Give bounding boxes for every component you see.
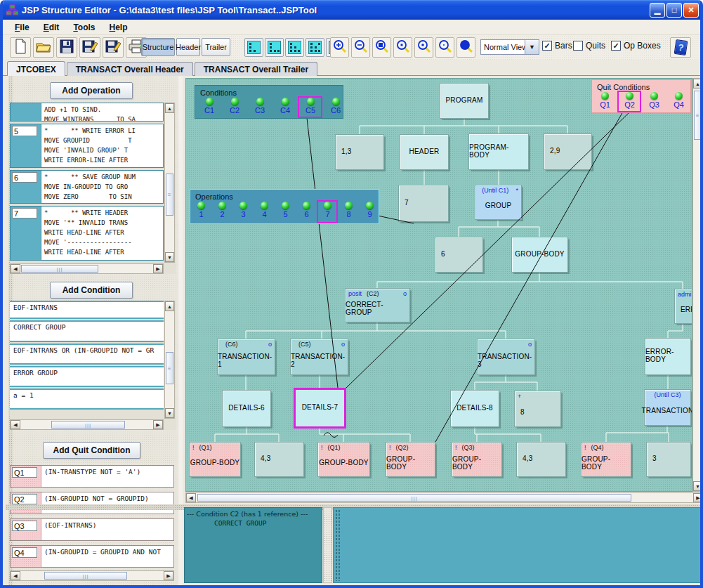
scroll-thumb[interactable]: ||| (197, 494, 631, 502)
node-error-body[interactable]: ERROR-BODY (645, 338, 691, 375)
node-header[interactable]: HEADER (400, 134, 449, 170)
save-edit-disk-button[interactable] (79, 37, 100, 58)
node-group-body-q4[interactable]: !(Q4)GROUP-BODY (581, 442, 631, 477)
quit-marker-q4[interactable]: Q4 (668, 92, 690, 109)
scroll-up-button[interactable]: ▲ (165, 103, 174, 113)
operation-marker-1[interactable]: 1 (192, 202, 211, 218)
node-details-6[interactable]: DETAILS-6 (222, 390, 271, 427)
condition-marker-c4[interactable]: C4 (274, 98, 296, 115)
checkbox-op-boxes[interactable]: ✓ (611, 41, 621, 51)
scroll-thumb[interactable]: ≡ (166, 174, 173, 216)
checkbox-quits[interactable] (573, 41, 583, 51)
operation-marker-8[interactable]: 8 (339, 202, 358, 218)
condition-row[interactable]: a = 1 (10, 388, 164, 410)
add-condition-button[interactable]: Add Condition (50, 282, 133, 299)
scroll-down-button[interactable]: ▼ (165, 408, 174, 418)
node-op-box-4-3b[interactable]: 4,3 (516, 442, 566, 477)
operation-marker-2[interactable]: 2 (213, 202, 232, 218)
condition-marker-c3[interactable]: C3 (249, 98, 271, 115)
scroll-right-button[interactable]: ▶ (153, 264, 163, 273)
node-op-box-4-3a[interactable]: 4,3 (254, 442, 304, 477)
scroll-down-button[interactable]: ▼ (165, 252, 174, 262)
node-group-body-q3[interactable]: !(Q3)GROUP-BODY (452, 442, 502, 477)
operation-row[interactable]: 6* ** SAVE GROUP NUM MOVE IN-GROUPID TO … (10, 170, 164, 204)
node-admit-error[interactable]: admiERR (674, 289, 692, 324)
maximize-button[interactable]: □ (666, 3, 682, 18)
horizontal-scrollbar[interactable]: ◀▶||| (10, 263, 164, 274)
condition-row[interactable]: CORRECT GROUP (10, 320, 164, 342)
structure-grid-3-button[interactable] (285, 38, 304, 57)
node-op-box-6[interactable]: 6 (435, 237, 483, 273)
operation-marker-3[interactable]: 3 (234, 202, 253, 218)
scroll-thumb[interactable]: ≡ (166, 352, 173, 384)
new-document-button[interactable] (10, 37, 31, 58)
node-group-body-q1b[interactable]: !(Q1)GROUP-BODY (317, 442, 370, 477)
scroll-left-button[interactable]: ◀ (11, 264, 20, 273)
save-disk-button[interactable] (56, 37, 77, 58)
structure-canvas[interactable]: PROGRAM1,3HEADERPROGRAM-BODY2,97(Until C… (185, 78, 692, 492)
scroll-left-button[interactable]: ◀ (11, 571, 20, 580)
horizontal-scrollbar[interactable]: ◀▶||| (185, 492, 703, 503)
operation-marker-5[interactable]: 5 (276, 202, 295, 218)
condition-row[interactable]: EOF-INTRANS (10, 301, 164, 319)
horizontal-scrollbar[interactable]: ◀▶||| (10, 570, 174, 581)
node-transaction-1[interactable]: (C6)oTRANSACTION-1 (217, 339, 275, 375)
menu-edit[interactable]: Edit (37, 21, 66, 34)
scroll-thumb[interactable]: ≡ (694, 91, 702, 140)
operation-marker-6[interactable]: 6 (297, 202, 316, 218)
condition-marker-c6[interactable]: C6 (324, 98, 347, 115)
scroll-left-button[interactable]: ◀ (11, 420, 20, 429)
structure-grid-1-button[interactable] (244, 38, 263, 57)
node-program[interactable]: PROGRAM (440, 83, 489, 119)
scroll-thumb[interactable]: ||| (51, 421, 125, 429)
mode-button-trailer[interactable]: Trailer (202, 38, 230, 56)
condition-row[interactable]: ERROR GROUP (10, 366, 164, 387)
add-operation-button[interactable]: Add Operation (50, 82, 133, 99)
node-program-body[interactable]: PROGRAM-BODY (468, 133, 529, 170)
operation-marker-9[interactable]: 9 (360, 202, 379, 218)
node-group-body-q2[interactable]: !(Q2)GROUP-BODY (386, 442, 435, 477)
scroll-left-button[interactable]: ◀ (186, 493, 196, 502)
minimize-button[interactable]: ▁ (650, 3, 665, 18)
quit-condition-row[interactable]: Q2(IN-GROUPID NOT = GROUPID) (10, 492, 174, 514)
structure-grid-2-button[interactable] (265, 38, 284, 57)
zoom-small-box-button[interactable] (393, 37, 412, 58)
add-quit-condition-button[interactable]: Add Quit Condition (43, 442, 140, 459)
tab-transact-overall-header[interactable]: TRANSACT Overall Header (67, 62, 193, 76)
node-correct-group[interactable]: posit(C2)oCORRECT-GROUP (345, 288, 410, 322)
quit-condition-row[interactable]: Q1(IN-TRANSTYPE NOT = 'A') (10, 465, 174, 488)
condition-marker-c2[interactable]: C2 (223, 98, 246, 115)
node-op-box-2-9[interactable]: 2,9 (544, 133, 592, 170)
menu-help[interactable]: Help (103, 21, 134, 34)
scroll-thumb[interactable]: ||| (21, 265, 98, 273)
scroll-right-button[interactable]: ▶ (164, 571, 173, 580)
node-details-8[interactable]: DETAILS-8 (450, 390, 499, 427)
zoom-out-button[interactable] (351, 37, 370, 58)
node-op-box-1-3[interactable]: 1,3 (335, 134, 384, 170)
menu-tools[interactable]: Tools (67, 21, 101, 34)
view-mode-combobox[interactable]: Normal View ▼ (480, 39, 539, 55)
structure-grid-4-button[interactable] (305, 38, 324, 57)
vertical-scrollbar[interactable]: ▲▼≡ (164, 103, 175, 263)
condition-marker-c1[interactable]: C1 (198, 98, 221, 115)
zoom-in-button[interactable] (330, 37, 349, 58)
operation-row[interactable]: 7* ** WRITE HEADER MOVE '** INVALID TRAN… (10, 206, 164, 261)
zoom-tiny-dot-button[interactable] (435, 37, 454, 58)
scroll-right-button[interactable]: ▶ (153, 420, 163, 429)
quit-condition-row[interactable]: Q3(EOF-INTRANS) (10, 518, 174, 541)
mode-button-header[interactable]: Header (176, 38, 200, 56)
combo-dropdown-icon[interactable]: ▼ (525, 39, 539, 55)
node-group-body[interactable]: GROUP-BODY (511, 237, 568, 273)
scroll-up-button[interactable]: ▲ (693, 79, 702, 89)
vertical-scrollbar[interactable]: ▲▼≡ (692, 78, 703, 492)
operation-marker-4[interactable]: 4 (255, 202, 274, 218)
node-details-7[interactable]: DETAILS-7 (294, 388, 346, 429)
node-group-body-q1a[interactable]: !(Q1)GROUP-BODY (189, 442, 241, 477)
menu-file[interactable]: File (8, 21, 36, 34)
quit-condition-row[interactable]: Q4(IN-GROUPID = GROUPID AND NOT (10, 545, 174, 568)
zoom-box-button[interactable] (372, 37, 391, 58)
scroll-thumb[interactable]: ||| (44, 572, 127, 580)
scroll-up-button[interactable]: ▲ (165, 301, 174, 311)
operation-row[interactable]: ADD +1 TO SIND. MOVE WINTRANS TO SA (10, 103, 164, 122)
bottom-splitter[interactable] (323, 507, 332, 583)
